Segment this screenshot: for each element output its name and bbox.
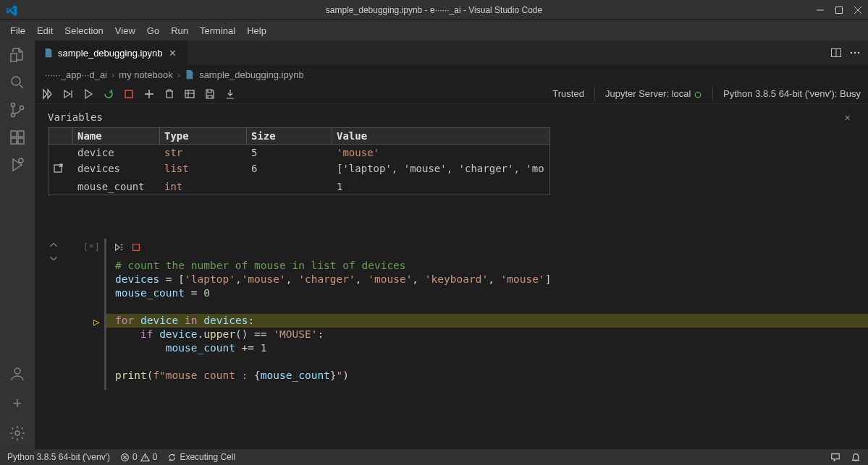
status-python[interactable]: Python 3.8.5 64-bit ('venv') [7, 452, 110, 462]
accounts-icon[interactable] [9, 365, 26, 383]
variables-icon[interactable] [184, 88, 195, 100]
menu-bar: File Edit Selection View Go Run Terminal… [0, 20, 868, 40]
notebook-cell: [*] # count the number of mouse in list … [35, 236, 868, 390]
status-feedback-icon[interactable] [830, 452, 840, 462]
status-problems[interactable]: 0 0 [120, 452, 157, 462]
sync-icon [167, 453, 177, 462]
expand-variable-icon[interactable] [49, 161, 73, 179]
col-type[interactable]: Type [160, 128, 247, 144]
collapse-down-icon[interactable] [49, 253, 59, 263]
clear-outputs-icon[interactable] [164, 88, 175, 100]
cell-body[interactable]: # count the number of mouse in list of d… [104, 239, 868, 390]
svg-point-10 [14, 368, 20, 374]
stop-cell-icon[interactable] [131, 242, 141, 252]
variables-close-icon[interactable]: ✕ [845, 111, 855, 123]
variables-panel: Variables ✕ Name Type Size Value device … [35, 104, 868, 195]
kernel-status-label[interactable]: Python 3.8.5 64-bit ('venv'): Busy [723, 88, 861, 99]
svg-rect-16 [125, 90, 132, 98]
tab-label: sample_debugging.ipynb [58, 48, 163, 59]
svg-point-2 [12, 103, 15, 107]
svg-rect-8 [18, 131, 24, 137]
svg-rect-0 [836, 7, 843, 13]
col-value[interactable]: Value [332, 128, 549, 144]
menu-terminal[interactable]: Terminal [194, 22, 241, 39]
run-cell-icon[interactable] [83, 88, 94, 100]
split-editor-icon[interactable] [830, 47, 842, 59]
svg-point-18 [695, 92, 701, 98]
vscode-logo-icon [6, 4, 17, 16]
explorer-icon[interactable] [9, 46, 26, 64]
jupyter-server-label[interactable]: Jupyter Server: local [605, 88, 702, 99]
variable-row[interactable]: device str 5 'mouse' [49, 145, 549, 161]
maximize-button[interactable] [835, 6, 843, 14]
tab-row: sample_debugging.ipynb ✕ [35, 40, 868, 65]
breadcrumb[interactable]: ······_app···d_ai › my notebook › sample… [35, 65, 868, 84]
execution-count: [*] [72, 239, 104, 390]
warning-icon [140, 453, 150, 462]
run-above-icon[interactable] [62, 88, 74, 100]
notebook-file-icon [43, 48, 54, 58]
svg-rect-7 [18, 138, 24, 144]
status-bar: Python 3.8.5 64-bit ('venv') 0 0 Executi… [0, 449, 868, 465]
restart-kernel-icon[interactable] [103, 88, 114, 100]
title-bar: sample_debugging.ipynb - e······_ai - Vi… [0, 0, 868, 20]
menu-view[interactable]: View [109, 22, 141, 39]
variables-table: Name Type Size Value device str 5 'mouse… [48, 127, 550, 195]
status-executing[interactable]: Executing Cell [167, 452, 235, 462]
svg-rect-17 [185, 90, 194, 98]
add-cell-button[interactable]: + [13, 393, 22, 414]
run-by-line-icon[interactable] [114, 242, 124, 252]
notebook-toolbar: Trusted Jupyter Server: local Python 3.8… [35, 84, 868, 104]
breadcrumb-p3[interactable]: sample_debugging.ipynb [199, 69, 304, 80]
svg-point-13 [851, 52, 853, 54]
svg-point-14 [854, 52, 856, 54]
error-icon [120, 453, 130, 462]
search-icon[interactable] [9, 74, 26, 91]
variable-row[interactable]: mouse_count int 1 [49, 179, 549, 195]
svg-point-11 [15, 431, 20, 435]
add-cell-icon[interactable] [143, 88, 155, 100]
tab-close-icon[interactable]: ✕ [167, 48, 178, 59]
col-name[interactable]: Name [73, 128, 160, 144]
menu-edit[interactable]: Edit [31, 22, 59, 39]
svg-point-1 [12, 77, 20, 85]
close-button[interactable] [854, 6, 862, 14]
svg-rect-20 [133, 244, 140, 251]
svg-point-3 [12, 114, 15, 117]
menu-selection[interactable]: Selection [59, 22, 109, 39]
menu-file[interactable]: File [4, 22, 31, 39]
code-editor[interactable]: # count the number of mouse in list of d… [106, 255, 868, 390]
settings-gear-icon[interactable] [9, 425, 26, 442]
export-icon[interactable] [224, 88, 236, 100]
extensions-icon[interactable] [9, 129, 26, 146]
variables-header: Name Type Size Value [49, 128, 549, 145]
svg-rect-5 [11, 131, 17, 137]
col-size[interactable]: Size [247, 128, 332, 144]
breadcrumb-p2[interactable]: my notebook [119, 69, 172, 80]
trusted-label[interactable]: Trusted [552, 88, 584, 99]
svg-rect-6 [11, 138, 17, 144]
chevron-right-icon: › [177, 69, 180, 80]
variable-row[interactable]: devices list 6 ['laptop', 'mouse', 'char… [49, 161, 549, 179]
more-actions-icon[interactable] [849, 47, 861, 59]
activity-bar: + [0, 40, 35, 449]
run-all-icon[interactable] [42, 88, 54, 100]
menu-go[interactable]: Go [141, 22, 165, 39]
chevron-right-icon: › [111, 69, 114, 80]
minimize-button[interactable] [816, 6, 825, 14]
tab-notebook[interactable]: sample_debugging.ipynb ✕ [35, 40, 187, 65]
save-icon[interactable] [204, 88, 216, 100]
source-control-icon[interactable] [9, 101, 26, 119]
variables-title: Variables [48, 111, 103, 123]
cell-toolbar [106, 239, 868, 255]
breadcrumb-p1[interactable]: ······_app···d_ai [45, 69, 107, 80]
collapse-up-icon[interactable] [49, 240, 59, 250]
menu-run[interactable]: Run [165, 22, 194, 39]
status-bell-icon[interactable] [851, 452, 861, 462]
run-debug-icon[interactable] [9, 156, 26, 174]
menu-help[interactable]: Help [241, 22, 272, 39]
window-title: sample_debugging.ipynb - e······_ai - Vi… [326, 5, 542, 15]
interrupt-kernel-icon[interactable] [123, 88, 135, 100]
svg-point-4 [20, 106, 24, 110]
cell-gutter [35, 239, 72, 390]
